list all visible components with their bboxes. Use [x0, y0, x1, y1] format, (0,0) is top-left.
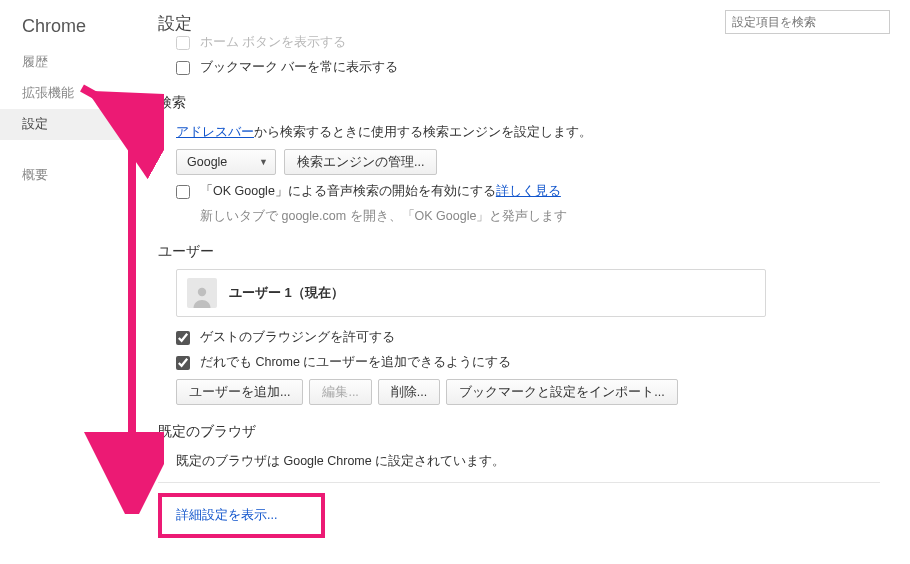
search-engine-selected: Google — [187, 155, 227, 169]
svg-point-0 — [198, 288, 206, 296]
allow-add-user-label: だれでも Chrome にユーザーを追加できるようにする — [200, 354, 511, 371]
allow-guest-checkbox[interactable] — [176, 331, 190, 345]
show-bookmarks-bar-checkbox[interactable] — [176, 61, 190, 75]
annotation-highlight-box: 詳細設定を表示... — [158, 493, 325, 538]
show-home-button-checkbox[interactable] — [176, 36, 190, 50]
divider — [158, 482, 880, 483]
content: ホーム ボタンを表示する ブックマーク バーを常に表示する 検索 アドレスバー … — [158, 30, 880, 538]
sidebar-item-about[interactable]: 概要 — [0, 160, 150, 191]
current-user-card[interactable]: ユーザー 1（現在） — [176, 269, 766, 317]
users-heading: ユーザー — [158, 229, 880, 269]
manage-search-engines-button[interactable]: 検索エンジンの管理... — [284, 149, 437, 175]
sidebar-item-settings[interactable]: 設定 — [0, 109, 150, 140]
default-browser-status: 既定のブラウザは Google Chrome に設定されています。 — [176, 453, 505, 470]
person-icon — [190, 284, 214, 308]
ok-google-label: 「OK Google」による音声検索の開始を有効にする — [200, 183, 496, 200]
add-user-button[interactable]: ユーザーを追加... — [176, 379, 303, 405]
ok-google-checkbox[interactable] — [176, 185, 190, 199]
delete-user-button[interactable]: 削除... — [378, 379, 440, 405]
show-advanced-settings-link[interactable]: 詳細設定を表示... — [176, 508, 277, 522]
sidebar-item-history[interactable]: 履歴 — [0, 47, 150, 78]
allow-guest-label: ゲストのブラウジングを許可する — [200, 329, 395, 346]
show-home-button-label: ホーム ボタンを表示する — [200, 34, 346, 51]
import-bookmarks-button[interactable]: ブックマークと設定をインポート... — [446, 379, 677, 405]
sidebar: Chrome 履歴 拡張機能 設定 概要 — [0, 0, 150, 191]
edit-user-button[interactable]: 編集... — [309, 379, 371, 405]
address-bar-link[interactable]: アドレスバー — [176, 124, 254, 141]
app-name: Chrome — [0, 10, 150, 47]
default-browser-heading: 既定のブラウザ — [158, 409, 880, 449]
avatar — [187, 278, 217, 308]
show-bookmarks-bar-label: ブックマーク バーを常に表示する — [200, 59, 398, 76]
ok-google-hint: 新しいタブで google.com を開き、「OK Google」と発声します — [200, 208, 567, 225]
sidebar-item-extensions[interactable]: 拡張機能 — [0, 78, 150, 109]
search-description: から検索するときに使用する検索エンジンを設定します。 — [254, 124, 592, 141]
ok-google-learn-more-link[interactable]: 詳しく見る — [496, 183, 561, 200]
allow-add-user-checkbox[interactable] — [176, 356, 190, 370]
search-heading: 検索 — [158, 80, 880, 120]
search-engine-select[interactable]: Google — [176, 149, 276, 175]
current-user-name: ユーザー 1（現在） — [229, 284, 344, 302]
